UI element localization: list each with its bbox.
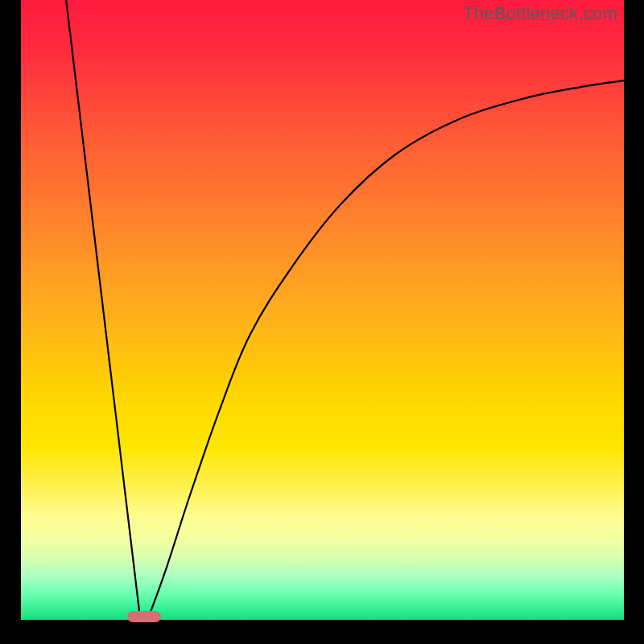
chart-lines xyxy=(21,0,624,620)
series-left-slope xyxy=(66,0,140,620)
chart-area: TheBottleneck.com xyxy=(21,0,624,620)
series-right-curve xyxy=(147,80,624,620)
minimum-marker xyxy=(127,611,161,622)
